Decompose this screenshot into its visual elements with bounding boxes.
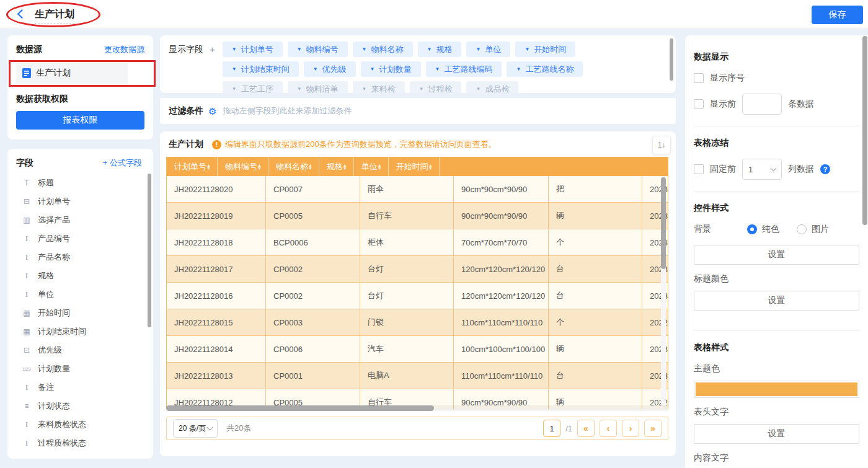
chip-label: 计划结束时间 <box>241 64 290 75</box>
show-index-checkbox[interactable] <box>694 73 704 83</box>
table-header-cell[interactable]: 开始时间 ▲▼ <box>389 157 440 176</box>
sort-carets-icon[interactable]: ▲▼ <box>343 164 347 170</box>
field-label: 来料质检状态 <box>38 419 86 430</box>
sort-carets-icon[interactable]: ▲▼ <box>257 164 262 170</box>
page-size-select[interactable]: 20 条/页 <box>173 419 218 438</box>
text-icon: I <box>21 420 32 430</box>
table-header-cell[interactable]: 单位 ▲▼ <box>354 157 389 176</box>
field-item[interactable]: I 规格 <box>16 267 147 285</box>
first-page-button[interactable]: « <box>577 420 595 437</box>
field-chip-disabled[interactable]: ▼ 成品检 <box>466 81 518 93</box>
divider <box>694 126 859 126</box>
field-chip[interactable]: ▼ 物料名称 <box>353 42 413 57</box>
field-item[interactable]: ⊡ 优先级 <box>16 341 147 360</box>
field-item[interactable]: ▥ 选择产品 <box>16 211 147 229</box>
field-item[interactable]: I 备注 <box>16 378 147 397</box>
chevron-down-icon: ▼ <box>476 47 480 52</box>
table-vscrollbar[interactable] <box>661 177 666 269</box>
field-item[interactable]: I 产品编号 <box>16 229 147 248</box>
last-page-button[interactable]: » <box>644 420 662 437</box>
field-item[interactable]: I 来料质检状态 <box>16 415 147 434</box>
field-chip[interactable]: ▼ 工艺路线名称 <box>507 61 583 77</box>
sort-order-button[interactable]: 1↓ <box>652 136 671 154</box>
table-cell: BCP0006 <box>266 229 360 256</box>
gear-icon[interactable]: ⚙ <box>208 107 216 116</box>
datasource-panel: 数据源 更改数据源 生产计划 数据获取权限 报表权限 <box>7 35 153 139</box>
field-chip-disabled[interactable]: ▼ 来料检 <box>353 81 405 93</box>
page-number-box[interactable]: 1 <box>543 420 560 437</box>
field-item[interactable]: ▦ 开始时间 <box>16 304 147 322</box>
chevron-down-icon: ▼ <box>297 47 302 52</box>
page-size-value: 20 条/页 <box>179 423 206 434</box>
add-formula-field-link[interactable]: + 公式字段 <box>103 157 142 169</box>
change-datasource-link[interactable]: 更改数据源 <box>104 44 144 55</box>
field-chip[interactable]: ▼ 工艺路线编码 <box>426 61 502 77</box>
show-first-checkbox[interactable] <box>694 99 704 109</box>
theme-color-swatch[interactable] <box>694 381 859 398</box>
field-chip-disabled[interactable]: ▼ 物料清单 <box>288 81 348 93</box>
field-item[interactable]: ≡ 计划状态 <box>16 397 147 415</box>
title-icon: T <box>21 179 32 187</box>
table-header-cell[interactable]: 计划单号 ▲▼ <box>167 157 218 176</box>
field-item[interactable]: 123 计划数量 <box>16 360 147 378</box>
chevron-down-icon: ▼ <box>516 67 521 72</box>
field-chip[interactable]: ▼ 规格 <box>418 42 462 57</box>
table-hscrollbar[interactable] <box>166 405 434 411</box>
next-page-button[interactable]: › <box>622 420 639 437</box>
title-color-set-button[interactable]: 设置 <box>694 291 859 311</box>
field-item[interactable]: ⊟ 计划单号 <box>16 192 147 211</box>
field-chip[interactable]: ▼ 计划数量 <box>361 61 421 77</box>
show-first-input[interactable] <box>742 94 782 115</box>
fix-first-checkbox[interactable] <box>694 164 704 174</box>
image-radio[interactable] <box>797 224 807 234</box>
chevron-down-icon <box>207 425 213 431</box>
field-item[interactable]: I 单位 <box>16 285 147 304</box>
field-chip-disabled[interactable]: ▼ 工艺工序 <box>223 81 283 93</box>
field-chip[interactable]: ▼ 开始时间 <box>515 42 575 57</box>
table-cell: 电脑A <box>360 363 454 389</box>
help-icon[interactable]: ? <box>820 164 830 174</box>
sort-carets-icon[interactable]: ▲▼ <box>428 164 433 170</box>
field-chip[interactable]: ▼ 计划结束时间 <box>223 61 299 77</box>
header-text-set-button[interactable]: 设置 <box>694 424 859 444</box>
chip-row-disabled: ▼ 工艺工序 ▼ 物料清单 ▼ 来料检 ▼ 过程检 <box>223 81 583 93</box>
table-header-cell[interactable]: 物料名称 ▲▼ <box>268 157 319 176</box>
field-item[interactable]: I 过程质检状态 <box>16 434 147 453</box>
field-item[interactable]: I 产品名称 <box>16 248 147 267</box>
sort-carets-icon[interactable]: ▲▼ <box>206 164 211 170</box>
back-icon[interactable] <box>17 9 27 19</box>
window-scrollbar[interactable] <box>862 36 867 225</box>
chips-scrollbar[interactable] <box>670 38 673 81</box>
field-chip[interactable]: ▼ 计划单号 <box>223 42 283 57</box>
fix-columns-select[interactable]: 1 <box>742 159 782 180</box>
prev-page-button[interactable]: ‹ <box>600 420 617 437</box>
field-item[interactable]: T 标题 <box>16 174 147 192</box>
fields-scrollbar[interactable] <box>148 174 151 327</box>
chevron-down-icon: ▼ <box>362 87 367 92</box>
field-chip[interactable]: ▼ 单位 <box>466 42 510 57</box>
field-chip-disabled[interactable]: ▼ 过程检 <box>410 81 462 93</box>
preview-notice: ! 编辑界面只取数据源前200条作为查询数据预览，完整数据请访问页面查看。 <box>212 139 497 150</box>
background-set-button[interactable]: 设置 <box>694 245 859 265</box>
save-button[interactable]: 保存 <box>812 6 863 24</box>
filter-bar[interactable]: 过滤条件 ⚙ 拖动左侧字段到此处来添加过滤条件 <box>160 98 676 124</box>
table-freeze-title: 表格冻结 <box>694 138 859 149</box>
sort-carets-icon[interactable]: ▲▼ <box>378 164 382 170</box>
field-chip[interactable]: ▼ 物料编号 <box>288 42 348 57</box>
field-label: 计划数量 <box>38 363 70 374</box>
table-header-cell[interactable]: 物料编号 ▲▼ <box>218 157 268 176</box>
chip-label: 工艺工序 <box>241 84 273 94</box>
add-field-icon[interactable]: + <box>210 44 215 55</box>
table-cell: 台 <box>549 363 642 389</box>
chart-icon: ▥ <box>21 216 32 224</box>
solid-color-radio[interactable] <box>747 224 757 234</box>
field-item[interactable]: ▦ 计划结束时间 <box>16 322 147 341</box>
table-cell: 台灯 <box>360 256 454 283</box>
datasource-item[interactable]: 生产计划 <box>16 63 128 84</box>
field-label: 产品编号 <box>38 233 70 244</box>
chevron-down-icon <box>771 166 777 172</box>
field-chip[interactable]: ▼ 优先级 <box>304 61 356 77</box>
report-permission-button[interactable]: 报表权限 <box>16 111 144 130</box>
sort-carets-icon[interactable]: ▲▼ <box>308 164 312 170</box>
table-header-cell[interactable]: 规格 ▲▼ <box>319 157 354 176</box>
